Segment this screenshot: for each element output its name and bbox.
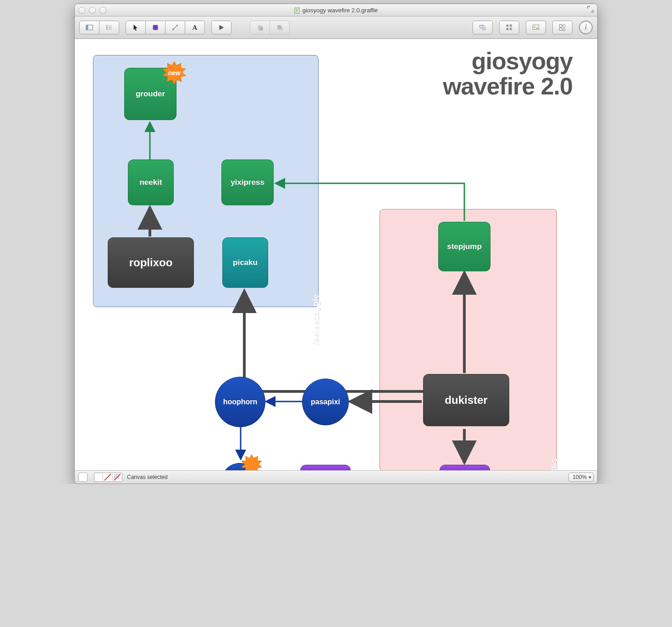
grid-button[interactable] bbox=[499, 21, 519, 34]
canvas-area[interactable]: giosyogy wavefire 2.0 feeleezaggle viott… bbox=[75, 39, 597, 470]
svg-rect-14 bbox=[259, 27, 263, 30]
node-neekit-label: neekit bbox=[139, 178, 162, 187]
node-roplixoo[interactable]: roplixoo bbox=[108, 237, 194, 288]
diagram-title-line1: giosyogy bbox=[443, 49, 573, 74]
node-yixipress-label: yixipress bbox=[231, 178, 264, 187]
node-yixipress[interactable]: yixipress bbox=[221, 160, 274, 205]
stroke-swatch[interactable] bbox=[94, 473, 103, 481]
no-stroke-swatch[interactable] bbox=[103, 473, 112, 481]
window-title: giosyogy wavefire 2.0.graffle bbox=[75, 7, 597, 14]
node-pasapixi-label: pasapixi bbox=[311, 398, 340, 406]
document-icon bbox=[294, 7, 301, 14]
app-window: giosyogy wavefire 2.0.graffle bbox=[74, 4, 598, 484]
node-picaku-label: picaku bbox=[233, 258, 258, 267]
arrange-group[interactable] bbox=[250, 21, 290, 34]
node-dukister-label: dukister bbox=[445, 394, 487, 407]
badge-new-grouder: new bbox=[162, 60, 187, 85]
bring-front-button[interactable] bbox=[250, 21, 270, 34]
svg-rect-8 bbox=[108, 29, 111, 30]
svg-rect-17 bbox=[479, 25, 482, 27]
svg-point-26 bbox=[563, 24, 566, 27]
canvas[interactable]: giosyogy wavefire 2.0 feeleezaggle viott… bbox=[75, 39, 584, 470]
svg-rect-7 bbox=[108, 27, 111, 28]
statusbar: Canvas selected 100% bbox=[75, 470, 597, 484]
svg-line-37 bbox=[105, 474, 111, 480]
svg-rect-4 bbox=[106, 27, 108, 28]
node-roplixoo-label: roplixoo bbox=[129, 256, 173, 269]
node-hoophorn-label: hoophorn bbox=[223, 398, 258, 406]
group-feeleezaggle-label: feeleezaggle bbox=[311, 294, 321, 346]
fill-swatch[interactable] bbox=[78, 473, 88, 482]
send-back-button[interactable] bbox=[270, 21, 290, 34]
sidebar-toggle-group[interactable] bbox=[79, 21, 119, 34]
svg-rect-19 bbox=[506, 24, 508, 27]
node-pasapixi[interactable]: pasapixi bbox=[302, 379, 349, 425]
svg-rect-5 bbox=[106, 29, 108, 30]
guides-button[interactable] bbox=[473, 21, 493, 34]
svg-rect-25 bbox=[559, 24, 562, 27]
node-stepjump-label: stepjump bbox=[447, 242, 482, 251]
badge-new-label: new bbox=[168, 69, 180, 77]
stencils-button[interactable] bbox=[552, 21, 573, 34]
badge-new-partial bbox=[241, 454, 263, 470]
outline-sidebar-button[interactable] bbox=[99, 21, 119, 34]
close-icon[interactable] bbox=[78, 7, 85, 14]
left-sidebar-button[interactable] bbox=[79, 21, 99, 34]
svg-line-12 bbox=[173, 26, 176, 29]
minimize-icon[interactable] bbox=[89, 7, 96, 14]
zoom-control[interactable]: 100% bbox=[568, 473, 594, 482]
svg-marker-36 bbox=[242, 455, 262, 470]
node-neekit[interactable]: neekit bbox=[128, 160, 174, 205]
toolbar: A bbox=[75, 16, 597, 39]
diagram-title: giosyogy wavefire 2.0 bbox=[443, 49, 573, 99]
status-message: Canvas selected bbox=[127, 474, 168, 480]
selection-tool-button[interactable] bbox=[126, 21, 146, 34]
svg-point-24 bbox=[534, 27, 535, 28]
no-shadow-swatch[interactable] bbox=[112, 473, 122, 481]
node-dukister[interactable]: dukister bbox=[423, 374, 509, 426]
node-stepjump[interactable]: stepjump bbox=[438, 222, 490, 271]
node-purple-partial-2[interactable] bbox=[440, 465, 490, 470]
svg-rect-6 bbox=[108, 26, 111, 27]
presentation-group[interactable] bbox=[211, 21, 231, 34]
shape-tool-button[interactable] bbox=[146, 21, 165, 34]
zoom-value[interactable]: 100% bbox=[568, 473, 594, 482]
svg-rect-16 bbox=[277, 25, 281, 29]
tool-group[interactable]: A bbox=[126, 21, 205, 34]
presentation-button[interactable] bbox=[211, 21, 231, 34]
node-picaku[interactable]: picaku bbox=[222, 237, 268, 288]
svg-rect-2 bbox=[86, 25, 88, 30]
svg-rect-18 bbox=[483, 28, 485, 30]
canvas-size-button[interactable] bbox=[526, 21, 546, 34]
text-tool-button[interactable]: A bbox=[185, 21, 205, 34]
svg-rect-3 bbox=[106, 26, 108, 27]
window-controls bbox=[78, 7, 106, 14]
group-viottis-label: viottis bbox=[550, 458, 559, 470]
svg-rect-20 bbox=[510, 24, 512, 27]
svg-rect-22 bbox=[510, 28, 512, 30]
window-title-text: giosyogy wavefire 2.0.graffle bbox=[303, 7, 378, 14]
node-hoophorn[interactable]: hoophorn bbox=[215, 377, 265, 427]
svg-rect-21 bbox=[506, 28, 508, 30]
svg-rect-9 bbox=[153, 25, 158, 30]
fullscreen-icon[interactable] bbox=[587, 6, 594, 14]
node-purple-partial-1[interactable] bbox=[300, 465, 351, 470]
svg-rect-27 bbox=[559, 28, 562, 31]
info-button[interactable]: i bbox=[579, 21, 593, 34]
line-tool-button[interactable] bbox=[165, 21, 185, 34]
svg-rect-0 bbox=[295, 8, 299, 13]
diagram-title-line2: wavefire 2.0 bbox=[443, 74, 573, 99]
node-grouder-label: grouder bbox=[136, 89, 165, 99]
zoom-icon[interactable] bbox=[99, 7, 106, 14]
titlebar: giosyogy wavefire 2.0.graffle bbox=[75, 4, 597, 16]
